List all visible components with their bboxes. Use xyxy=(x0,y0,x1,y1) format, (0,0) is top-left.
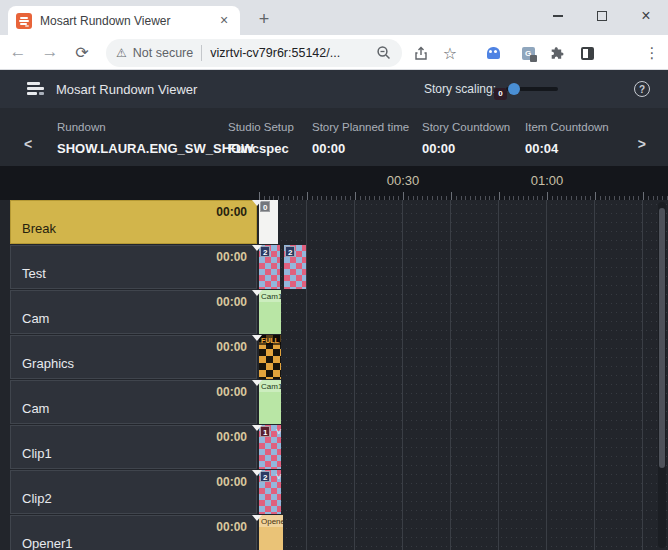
field-value: 00:04 xyxy=(525,141,558,156)
field-label: Story Planned time xyxy=(312,121,409,133)
vertical-scrollbar[interactable] xyxy=(658,202,666,548)
help-icon[interactable]: ? xyxy=(634,81,650,97)
timeline-ruler: 00:30 01:00 xyxy=(0,166,668,200)
slider-thumb[interactable] xyxy=(508,83,520,95)
item-label: Cam1 xyxy=(259,290,281,302)
field-value: Funcspec xyxy=(228,141,289,156)
tab-title: Mosart Rundown Viewer xyxy=(40,14,216,28)
tab-close-icon[interactable]: × xyxy=(216,13,232,29)
story-scaling-slider[interactable] xyxy=(506,87,558,91)
scrollbar-thumb[interactable] xyxy=(659,208,665,468)
url-text[interactable]: vizrtvi-cv79r6r:55142/... xyxy=(210,46,370,60)
story-items: Opener xyxy=(259,515,283,550)
field-label: Item Countdown xyxy=(525,121,609,133)
story-block[interactable]: 00:00 Cam xyxy=(10,380,257,424)
browser-menu-icon[interactable]: ⋮ xyxy=(643,44,661,62)
window-controls: × xyxy=(536,0,668,32)
rundown-row[interactable]: 00:00 Clip1 V1 xyxy=(0,425,668,469)
story-name: Graphics xyxy=(22,356,74,371)
item-label: FULL xyxy=(259,335,281,345)
story-block[interactable]: 00:00 Test xyxy=(10,245,257,289)
not-secure-warning-icon[interactable]: ⚠ xyxy=(116,46,127,60)
browser-toolbar: ← → ⟳ ⚠ Not secure vizrtvi-cv79r6r:55142… xyxy=(0,35,668,70)
story-time: 00:00 xyxy=(216,250,247,264)
story-name: Break xyxy=(22,221,56,236)
rundown-row[interactable]: 00:00 Break 0 xyxy=(0,200,668,244)
maximize-button[interactable] xyxy=(580,0,624,32)
story-name: Clip2 xyxy=(22,491,52,506)
ruler-major-ticks xyxy=(259,192,668,200)
timeline-item[interactable]: FULL xyxy=(259,335,281,379)
rundown-row[interactable]: 00:00 Cam Cam1 xyxy=(0,380,668,424)
rundown-row[interactable]: 00:00 Cam Cam1 xyxy=(0,290,668,334)
rundown-row[interactable]: 00:00 Graphics FULL xyxy=(0,335,668,379)
minimize-button[interactable] xyxy=(536,0,580,32)
story-time: 00:00 xyxy=(216,475,247,489)
story-block[interactable]: 00:00 Opener1 xyxy=(10,515,257,550)
story-start-marker-icon xyxy=(252,425,262,431)
story-items: Cam1 xyxy=(259,290,281,334)
extension-badge: 0 xyxy=(494,88,507,100)
chevron-left-icon[interactable]: < xyxy=(24,136,32,152)
timeline-item[interactable]: Opener xyxy=(259,515,283,550)
story-items: Cam1 xyxy=(259,380,281,424)
story-block[interactable]: 00:00 Clip2 xyxy=(10,470,257,514)
story-block[interactable]: 00:00 Graphics xyxy=(10,335,257,379)
omnibox-divider xyxy=(201,45,202,61)
story-time: 00:00 xyxy=(216,430,247,444)
item-label: V xyxy=(274,470,281,482)
mosart-logo-icon xyxy=(26,81,46,97)
chevron-right-icon[interactable]: > xyxy=(638,136,646,152)
address-bar[interactable]: ⚠ Not secure vizrtvi-cv79r6r:55142/... xyxy=(106,39,402,67)
mosart-favicon-icon xyxy=(16,13,32,29)
field-label: Rundown xyxy=(57,121,106,133)
forward-icon[interactable]: → xyxy=(36,38,64,66)
bookmark-star-icon[interactable]: ☆ xyxy=(441,44,459,62)
story-name: Cam xyxy=(22,401,49,416)
story-items: FULL xyxy=(259,335,281,379)
translate-extension-icon[interactable]: G xyxy=(519,44,537,62)
story-block[interactable]: 00:00 Clip1 xyxy=(10,425,257,469)
reload-icon[interactable]: ⟳ xyxy=(68,38,96,66)
timeline-item[interactable]: Cam1 xyxy=(259,380,281,424)
side-panel-icon[interactable] xyxy=(578,44,596,62)
story-block[interactable]: 00:00 Break xyxy=(10,200,257,244)
app-title: Mosart Rundown Viewer xyxy=(56,82,197,97)
rundown-timeline: 00:00 Break 0 00:00 Test 22 00:00 Cam Ca… xyxy=(0,200,668,550)
timeline-item[interactable]: 2 xyxy=(259,245,280,289)
story-start-marker-icon xyxy=(252,200,262,206)
story-time: 00:00 xyxy=(216,385,247,399)
item-badge: 2 xyxy=(285,246,295,257)
ghost-extension-icon[interactable] xyxy=(484,44,502,62)
item-label: Opener xyxy=(259,515,283,527)
rundown-row[interactable]: 00:00 Clip2 V2 xyxy=(0,470,668,514)
rundown-row[interactable]: 00:00 Opener1 Opener xyxy=(0,515,668,550)
timeline-item[interactable]: V2 xyxy=(259,470,281,514)
timeline-item[interactable]: V1 xyxy=(259,425,281,469)
new-tab-button[interactable]: + xyxy=(252,8,276,32)
story-name: Clip1 xyxy=(22,446,52,461)
story-time: 00:00 xyxy=(216,520,247,534)
story-block[interactable]: 00:00 Cam xyxy=(10,290,257,334)
timeline-item[interactable]: 0 xyxy=(259,200,278,244)
field-value: 00:00 xyxy=(312,141,345,156)
close-window-button[interactable]: × xyxy=(624,0,668,32)
browser-tab[interactable]: Mosart Rundown Viewer × xyxy=(8,6,240,35)
timeline-item[interactable]: Cam1 xyxy=(259,290,281,334)
tab-strip: Mosart Rundown Viewer × + × xyxy=(0,0,668,35)
story-start-marker-icon xyxy=(252,380,262,386)
story-scaling-label: Story scaling: xyxy=(424,82,496,96)
story-start-marker-icon xyxy=(252,515,262,521)
story-items: 22 xyxy=(259,245,306,289)
back-icon[interactable]: ← xyxy=(4,38,32,66)
rundown-info-bar: < Rundown SHOW.LAURA.ENG_SW_SHOW Studio … xyxy=(0,108,668,166)
story-start-marker-icon xyxy=(252,335,262,341)
ruler-label: 00:30 xyxy=(387,173,420,188)
rundown-row[interactable]: 00:00 Test 22 xyxy=(0,245,668,289)
story-name: Test xyxy=(22,266,46,281)
share-icon[interactable] xyxy=(412,44,430,62)
extensions-puzzle-icon[interactable] xyxy=(549,44,567,62)
zoom-out-icon[interactable] xyxy=(376,45,392,61)
timeline-item[interactable]: 2 xyxy=(284,245,306,289)
item-label: V xyxy=(274,425,281,437)
